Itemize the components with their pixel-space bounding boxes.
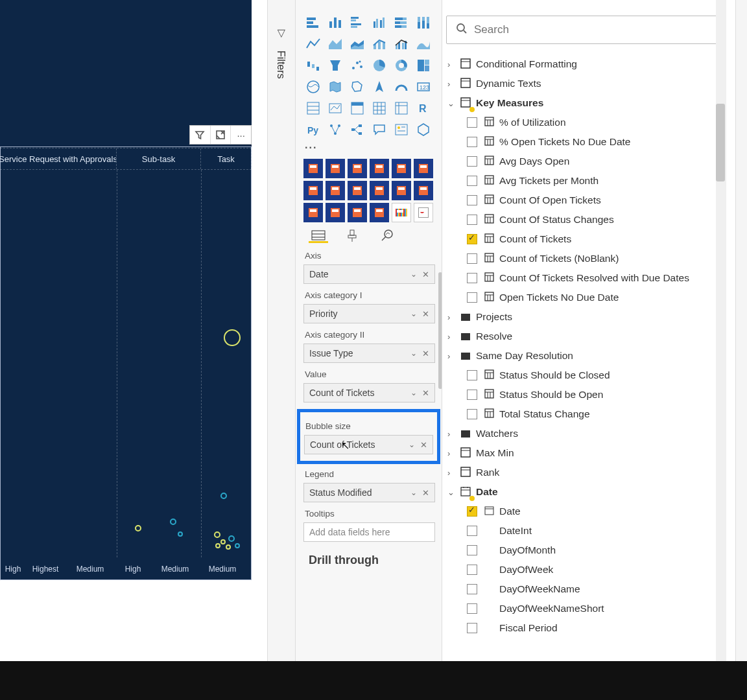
key-influencers-icon[interactable] <box>326 120 345 139</box>
line-clustered-column-icon[interactable] <box>392 34 411 54</box>
field-checkbox[interactable] <box>467 370 477 380</box>
remove-icon[interactable]: ✕ <box>422 488 429 498</box>
bubble-size-well[interactable]: Count of Tickets⌄✕ ↖ <box>304 435 433 454</box>
remove-icon[interactable]: ✕ <box>422 349 429 358</box>
clustered-column-icon[interactable] <box>370 13 389 32</box>
table-row[interactable]: ›Rank <box>444 463 720 482</box>
field-row[interactable]: % Open Tickets No Due Date <box>444 132 720 152</box>
chevron-icon[interactable]: › <box>447 351 459 361</box>
qa-visual-icon[interactable] <box>370 120 389 139</box>
pie-icon[interactable] <box>370 56 389 75</box>
filter-icon[interactable] <box>190 126 211 144</box>
analytics-tab[interactable] <box>376 229 396 243</box>
custom-visual-icon[interactable] <box>326 159 345 178</box>
field-checkbox[interactable] <box>467 215 477 225</box>
bubble[interactable] <box>220 539 226 544</box>
table-row[interactable]: ›Resolve <box>444 327 720 346</box>
custom-visual-icon[interactable] <box>303 181 323 200</box>
multi-row-card-icon[interactable] <box>303 99 323 118</box>
field-checkbox[interactable] <box>467 623 477 633</box>
chevron-down-icon[interactable]: ⌄ <box>410 388 417 397</box>
azure-map-icon[interactable] <box>370 77 389 97</box>
field-checkbox[interactable] <box>467 565 477 575</box>
field-checkbox[interactable] <box>467 545 477 555</box>
custom-visual-icon[interactable] <box>370 181 389 200</box>
field-checkbox[interactable] <box>467 156 477 167</box>
field-row[interactable]: Count Of Status Changes <box>444 210 720 229</box>
shape-map-icon[interactable] <box>348 77 367 97</box>
expand-filters-icon[interactable]: ◁ <box>274 30 287 38</box>
field-row[interactable]: Count Of Open Tickets <box>444 191 720 210</box>
search-input[interactable] <box>474 23 707 36</box>
field-row[interactable]: Count of Tickets (NoBlank) <box>444 249 720 268</box>
field-checkbox[interactable] <box>467 506 477 517</box>
axis-well[interactable]: Date⌄✕ <box>303 264 435 284</box>
field-checkbox[interactable] <box>467 603 477 614</box>
custom-visual-icon[interactable] <box>326 181 345 200</box>
chevron-down-icon[interactable]: ⌄ <box>410 309 417 318</box>
custom-visual-icon[interactable] <box>414 181 433 200</box>
custom-visual-icon[interactable] <box>392 159 411 178</box>
field-checkbox[interactable] <box>467 234 477 244</box>
chart-visual[interactable]: ··· Service Request with Approvals Sub-t… <box>0 0 252 580</box>
chevron-down-icon[interactable]: ⌄ <box>410 270 417 279</box>
table-icon[interactable] <box>370 99 389 118</box>
focus-mode-icon[interactable] <box>211 126 231 144</box>
table-row[interactable]: ›Conditional Formatting <box>444 54 720 74</box>
filled-map-icon[interactable] <box>326 77 345 97</box>
field-checkbox[interactable] <box>467 273 477 283</box>
field-row[interactable]: Avg Tickets per Month <box>444 171 720 191</box>
custom-visual-icon[interactable] <box>348 203 367 222</box>
remove-icon[interactable]: ✕ <box>422 309 429 319</box>
fields-search[interactable] <box>446 16 717 44</box>
funnel-icon[interactable] <box>326 56 345 75</box>
more-visuals-ellipsis[interactable]: ··· <box>305 142 438 154</box>
area-chart-icon[interactable] <box>326 34 345 54</box>
field-row[interactable]: Open Tickets No Due Date <box>444 288 720 307</box>
field-row[interactable]: Avg Days Open <box>444 152 720 171</box>
slicer-icon[interactable] <box>348 99 367 118</box>
fields-scrollbar[interactable] <box>716 0 726 661</box>
field-row[interactable]: Total Status Change <box>444 404 720 424</box>
line-column-icon[interactable] <box>370 34 389 54</box>
ribbon-chart-icon[interactable] <box>414 34 433 54</box>
field-row[interactable]: Date <box>444 502 720 521</box>
chevron-icon[interactable]: › <box>447 60 459 69</box>
filters-pane-collapsed[interactable]: ◁ Filters <box>267 0 296 661</box>
donut-icon[interactable] <box>392 56 411 75</box>
remove-icon[interactable]: ✕ <box>420 440 427 450</box>
field-row[interactable]: Status Should be Closed <box>444 366 720 385</box>
chevron-icon[interactable]: ⌄ <box>447 487 459 497</box>
custom-visual-icon[interactable] <box>303 159 323 178</box>
custom-visual-icon[interactable] <box>348 159 367 178</box>
table-row[interactable]: ⌄Date <box>444 482 720 502</box>
smart-narrative-icon[interactable] <box>392 120 411 139</box>
custom-visual-icon[interactable] <box>348 181 367 200</box>
decomposition-tree-icon[interactable] <box>348 120 367 139</box>
bubble[interactable] <box>220 493 227 499</box>
custom-visual-icon[interactable] <box>392 181 411 200</box>
table-row[interactable]: ›Dynamic Texts <box>444 74 720 93</box>
field-checkbox[interactable] <box>467 137 477 147</box>
chevron-icon[interactable]: › <box>447 429 459 439</box>
visualizations-scrollbar[interactable] <box>437 272 442 655</box>
kpi-icon[interactable] <box>326 99 345 118</box>
field-row[interactable]: DayOfWeek <box>444 560 720 579</box>
field-row[interactable]: DayOfMonth <box>444 541 720 560</box>
stacked-bar-icon[interactable] <box>303 13 323 32</box>
bubble[interactable] <box>228 535 235 542</box>
chevron-down-icon[interactable]: ⌄ <box>410 349 417 358</box>
bubble[interactable] <box>178 531 183 537</box>
custom-visual-icon[interactable] <box>303 203 323 222</box>
field-checkbox[interactable] <box>467 292 477 303</box>
bubble[interactable] <box>224 329 241 346</box>
remove-icon[interactable]: ✕ <box>422 388 429 398</box>
field-row[interactable]: DayOfWeekName <box>444 579 720 599</box>
field-row[interactable]: Count of Tickets <box>444 229 720 249</box>
chevron-icon[interactable]: › <box>447 79 459 89</box>
gauge-icon[interactable] <box>392 77 411 97</box>
custom-visual-icon[interactable] <box>370 203 389 222</box>
chevron-icon[interactable]: › <box>447 332 459 342</box>
line-chart-icon[interactable] <box>303 34 323 54</box>
chevron-icon[interactable]: › <box>447 468 459 478</box>
